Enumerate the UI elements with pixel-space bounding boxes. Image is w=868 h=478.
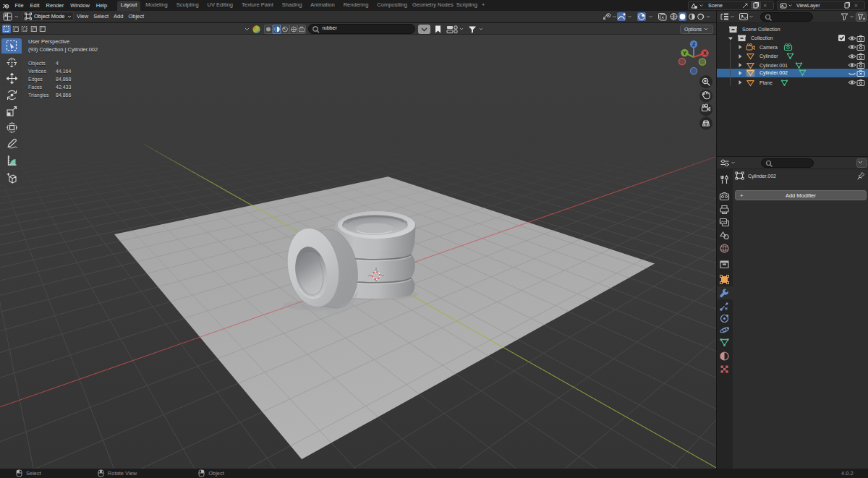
svg-text:X: X	[703, 50, 707, 56]
svg-text:Z: Z	[692, 41, 696, 48]
svg-text:Y: Y	[683, 50, 686, 56]
